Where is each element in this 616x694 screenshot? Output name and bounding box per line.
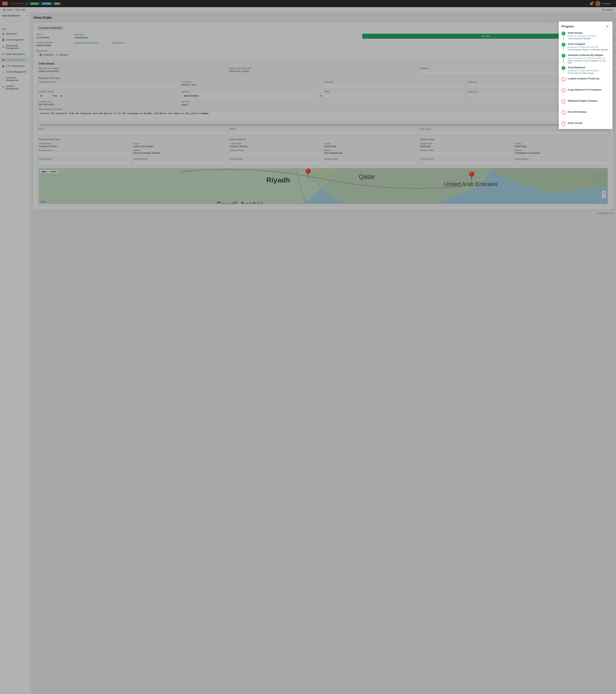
- step-icon-9: [562, 122, 565, 129]
- step-desc-3: Order Confirmed, Truck To Mobilize On Du…: [568, 60, 610, 64]
- step-content-2: Truck Assigned ∧ Assigned On: 2018-01-02…: [568, 43, 610, 52]
- step-icon-8: [562, 111, 565, 120]
- step-desc-4: On The Way To Collect Cargo: [568, 72, 610, 74]
- step-title-row-6[interactable]: Cargo Delivered To Consignee: [568, 88, 610, 91]
- step-circle-3: ✓: [562, 54, 565, 58]
- step-circle-5: [562, 77, 565, 81]
- step-title-5: Loaded Container Picked Up: [568, 77, 599, 80]
- step-icon-5: [562, 77, 565, 86]
- step-title-6: Cargo Delivered To Consignee: [568, 88, 601, 91]
- step-line-2: [563, 47, 564, 51]
- step-circle-9: [562, 122, 565, 126]
- step-line-9: [563, 126, 564, 129]
- step-order-closed: Order Closed: [562, 122, 610, 129]
- step-offloaded-empty: Offloaded Empty Container: [562, 99, 610, 108]
- step-line-1: [563, 36, 564, 40]
- step-chevron-2: ∧: [608, 43, 610, 45]
- step-chevron-1: ∧: [608, 32, 610, 34]
- step-circle-7: [562, 99, 565, 104]
- step-cargo-delivered: Cargo Delivered To Consignee: [562, 88, 610, 97]
- progress-modal: Progress ✕ ✓ Order Posted ∧ Posted On: 2…: [559, 21, 612, 129]
- step-content-9: Order Closed: [568, 122, 610, 129]
- step-icon-1: ✓: [562, 32, 565, 40]
- step-icon-7: [562, 99, 565, 108]
- step-icon-2: ✓: [562, 43, 565, 52]
- step-chevron-3: ∧: [608, 54, 610, 56]
- step-line-4: [563, 71, 564, 74]
- step-chevron-4: ∧: [608, 67, 610, 69]
- step-content-7: Offloaded Empty Container: [568, 99, 610, 108]
- step-container-pickup: Loaded Container Picked Up: [562, 77, 610, 86]
- step-truck-mobilized: ✓ Truck Mobilized ∧ Mobilized On: 0000-0…: [562, 66, 610, 75]
- step-content-3: Schedule Confirmed By Shipper ∧ Order Co…: [568, 54, 610, 64]
- modal-header: Progress ✕: [562, 24, 610, 29]
- step-schedule-confirmed: ✓ Schedule Confirmed By Shipper ∧ Order …: [562, 54, 610, 64]
- step-content-1: Order Posted ∧ Posted On: 2018-01-02 08:…: [568, 32, 610, 40]
- step-icon-4: ✓: [562, 66, 565, 75]
- step-line-3: [563, 58, 564, 63]
- step-date-2: Assigned On: 2018-01-02 08:51:08: [568, 46, 610, 48]
- modal-close-button[interactable]: ✕: [605, 24, 610, 29]
- step-title-2: Truck Assigned: [568, 43, 585, 45]
- step-truck-assigned: ✓ Truck Assigned ∧ Assigned On: 2018-01-…: [562, 43, 610, 52]
- step-title-row-1[interactable]: Order Posted ∧: [568, 32, 610, 34]
- step-title-row-7[interactable]: Offloaded Empty Container: [568, 99, 610, 102]
- step-title-row-5[interactable]: Loaded Container Picked Up: [568, 77, 610, 80]
- step-title-8: Proof Of Delivery: [568, 111, 586, 113]
- step-title-row-4[interactable]: Truck Mobilized ∧: [568, 66, 610, 69]
- step-order-posted: ✓ Order Posted ∧ Posted On: 2018-01-02 0…: [562, 32, 610, 40]
- modal-title: Progress: [562, 25, 574, 28]
- step-title-row-2[interactable]: Truck Assigned ∧: [568, 43, 610, 45]
- step-title-row-9[interactable]: Order Closed: [568, 122, 610, 124]
- step-title-3: Schedule Confirmed By Shipper: [568, 54, 603, 56]
- step-circle-2: ✓: [562, 43, 565, 47]
- step-circle-1: ✓: [562, 32, 565, 35]
- step-line-7: [563, 104, 564, 108]
- step-circle-8: [562, 111, 565, 114]
- step-content-5: Loaded Container Picked Up: [568, 77, 610, 86]
- step-content-4: Truck Mobilized ∧ Mobilized On: 0000-00-…: [568, 66, 610, 75]
- step-title-row-8[interactable]: Proof Of Delivery: [568, 111, 610, 113]
- step-title-4: Truck Mobilized: [568, 66, 585, 69]
- step-title-7: Offloaded Empty Container: [568, 99, 598, 102]
- step-icon-6: [562, 88, 565, 97]
- step-title-row-3[interactable]: Schedule Confirmed By Shipper ∧: [568, 54, 610, 56]
- step-date-3: Order Confirmed On: 2018-01-02 08:51:41: [568, 57, 610, 59]
- step-proof-delivery: Proof Of Delivery: [562, 111, 610, 120]
- step-desc-2: Truck Assigned, Shipper Confirmation Awa…: [568, 49, 610, 51]
- step-circle-6: [562, 88, 565, 92]
- step-icon-3: ✓: [562, 54, 565, 64]
- step-desc-1: Truck Assignment Awaited: [568, 37, 610, 40]
- step-line-8: [563, 115, 564, 119]
- step-content-6: Cargo Delivered To Consignee: [568, 88, 610, 97]
- step-title-1: Order Posted: [568, 32, 582, 34]
- step-date-4: Mobilized On: 0000-00-00 00:00:00: [568, 70, 610, 72]
- step-date-1: Posted On: 2018-01-02 08:22:32: [568, 35, 610, 37]
- step-content-8: Proof Of Delivery: [568, 111, 610, 120]
- step-circle-4: ✓: [562, 66, 565, 70]
- step-line-6: [563, 93, 564, 96]
- modal-overlay: Progress ✕ ✓ Order Posted ∧ Posted On: 2…: [0, 0, 616, 694]
- step-title-9: Order Closed: [568, 122, 582, 124]
- step-line-5: [563, 82, 564, 86]
